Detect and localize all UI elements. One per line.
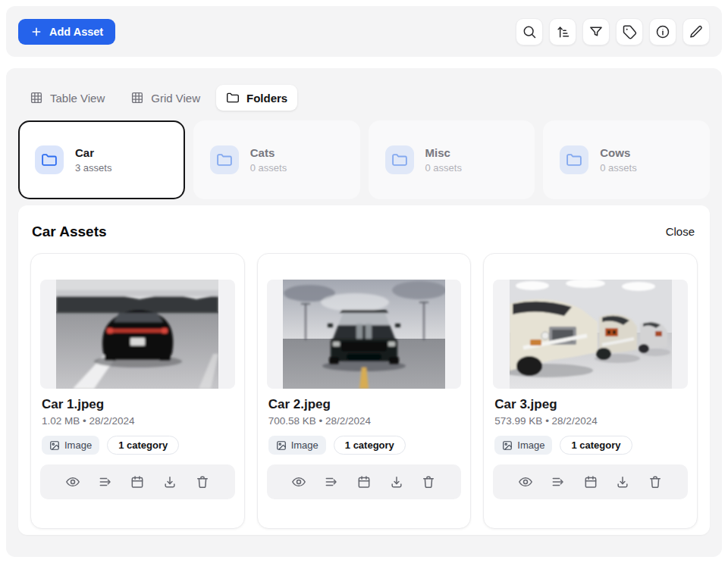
eye-icon bbox=[65, 474, 80, 489]
move-to-icon bbox=[324, 474, 339, 489]
image-icon bbox=[502, 440, 513, 451]
folder-icon bbox=[35, 145, 64, 174]
folder-name: Misc bbox=[425, 146, 462, 160]
preview-button[interactable] bbox=[62, 471, 83, 493]
type-badge-label: Image bbox=[64, 439, 92, 451]
asset-meta: 1.02 MB • 28/2/2024 bbox=[40, 415, 235, 427]
tag-icon bbox=[622, 24, 637, 39]
add-asset-label: Add Asset bbox=[49, 26, 103, 38]
type-badge: Image bbox=[42, 436, 99, 455]
top-toolbar: Add Asset bbox=[6, 6, 722, 57]
asset-filename: Car 3.jpeg bbox=[493, 397, 688, 412]
folder-name: Cats bbox=[250, 146, 287, 160]
download-button[interactable] bbox=[386, 471, 407, 493]
image-icon bbox=[276, 440, 287, 451]
tab-grid-view[interactable]: Grid View bbox=[121, 85, 210, 111]
asset-meta: 573.99 KB • 28/2/2024 bbox=[493, 415, 688, 427]
calendar-button[interactable] bbox=[127, 471, 148, 493]
badge-row: Image 1 category bbox=[267, 436, 462, 455]
asset-thumbnail bbox=[267, 280, 462, 389]
tab-folders[interactable]: Folders bbox=[216, 85, 297, 111]
folder-card-misc[interactable]: Misc 0 assets bbox=[369, 120, 535, 199]
edit-button[interactable] bbox=[682, 18, 710, 45]
delete-button[interactable] bbox=[418, 471, 439, 493]
grid-view-icon bbox=[130, 91, 144, 105]
folder-name: Cows bbox=[600, 146, 636, 160]
download-button[interactable] bbox=[159, 471, 180, 493]
asset-filename: Car 1.jpeg bbox=[40, 397, 235, 412]
filter-button[interactable] bbox=[582, 18, 610, 45]
main-panel: Table View Grid View Folders Car 3 asset… bbox=[6, 68, 722, 557]
type-badge: Image bbox=[494, 436, 552, 455]
trash-icon bbox=[195, 474, 210, 489]
asset-action-bar bbox=[493, 464, 688, 499]
delete-button[interactable] bbox=[645, 471, 666, 493]
assets-panel-title: Car Assets bbox=[32, 224, 107, 240]
eye-icon bbox=[291, 474, 306, 489]
folder-count: 0 assets bbox=[250, 162, 287, 174]
asset-grid: Car 1.jpeg 1.02 MB • 28/2/2024 Image 1 c… bbox=[30, 253, 698, 529]
tag-button[interactable] bbox=[616, 18, 643, 45]
asset-card-car2[interactable]: Car 2.jpeg 700.58 KB • 28/2/2024 Image 1… bbox=[257, 253, 472, 529]
folder-count: 0 assets bbox=[425, 162, 462, 174]
asset-filename: Car 2.jpeg bbox=[267, 397, 462, 412]
preview-button[interactable] bbox=[288, 471, 309, 493]
info-icon bbox=[655, 24, 670, 39]
asset-action-bar bbox=[267, 464, 462, 499]
tab-folders-label: Folders bbox=[246, 92, 287, 105]
calendar-icon bbox=[356, 474, 372, 489]
download-button[interactable] bbox=[612, 471, 633, 493]
add-asset-button[interactable]: Add Asset bbox=[18, 19, 115, 45]
download-icon bbox=[615, 474, 630, 489]
calendar-icon bbox=[583, 474, 598, 489]
folder-card-cows[interactable]: Cows 0 assets bbox=[543, 120, 710, 199]
folder-icon bbox=[226, 91, 240, 105]
move-to-icon bbox=[551, 474, 566, 489]
eye-icon bbox=[518, 474, 533, 489]
table-view-icon bbox=[30, 91, 43, 105]
info-button[interactable] bbox=[649, 18, 676, 45]
tab-grid-view-label: Grid View bbox=[151, 92, 200, 105]
asset-card-car3[interactable]: Car 3.jpeg 573.99 KB • 28/2/2024 Image 1… bbox=[483, 253, 698, 529]
calendar-button[interactable] bbox=[580, 471, 601, 493]
move-to-button[interactable] bbox=[321, 471, 342, 493]
sort-button[interactable] bbox=[549, 18, 576, 45]
asset-thumbnail bbox=[493, 280, 688, 389]
move-to-button[interactable] bbox=[548, 471, 569, 493]
tab-table-view[interactable]: Table View bbox=[20, 85, 115, 111]
type-badge-label: Image bbox=[517, 439, 544, 451]
folder-card-text: Cats 0 assets bbox=[250, 146, 287, 174]
folder-card-car[interactable]: Car 3 assets bbox=[18, 120, 185, 199]
folder-icon bbox=[560, 145, 588, 174]
asset-card-car1[interactable]: Car 1.jpeg 1.02 MB • 28/2/2024 Image 1 c… bbox=[30, 253, 245, 529]
folder-card-cats[interactable]: Cats 0 assets bbox=[193, 120, 360, 199]
preview-button[interactable] bbox=[515, 471, 536, 493]
folder-grid: Car 3 assets Cats 0 assets Misc 0 assets bbox=[18, 120, 710, 199]
folder-card-text: Cows 0 assets bbox=[600, 146, 636, 174]
assets-header: Car Assets Close bbox=[30, 217, 698, 253]
assets-panel: Car Assets Close bbox=[18, 205, 710, 535]
category-badge: 1 category bbox=[334, 436, 406, 455]
move-to-button[interactable] bbox=[95, 471, 116, 493]
type-badge-label: Image bbox=[291, 439, 318, 451]
filter-icon bbox=[588, 24, 604, 39]
trash-icon bbox=[421, 474, 436, 489]
image-icon bbox=[49, 440, 60, 451]
category-badge: 1 category bbox=[560, 436, 632, 455]
folder-card-text: Car 3 assets bbox=[75, 146, 111, 174]
folder-icon bbox=[385, 145, 414, 174]
asset-thumbnail bbox=[40, 280, 235, 389]
calendar-icon bbox=[130, 474, 145, 489]
folder-card-text: Misc 0 assets bbox=[425, 146, 462, 174]
delete-button[interactable] bbox=[192, 471, 213, 493]
search-button[interactable] bbox=[516, 18, 543, 45]
badge-row: Image 1 category bbox=[493, 436, 688, 455]
download-icon bbox=[162, 474, 177, 489]
category-badge: 1 category bbox=[107, 436, 179, 455]
calendar-button[interactable] bbox=[353, 471, 375, 493]
plus-icon bbox=[30, 26, 42, 38]
type-badge: Image bbox=[268, 436, 326, 455]
close-button[interactable]: Close bbox=[664, 222, 696, 241]
download-icon bbox=[389, 474, 404, 489]
view-tabs: Table View Grid View Folders bbox=[18, 85, 710, 111]
